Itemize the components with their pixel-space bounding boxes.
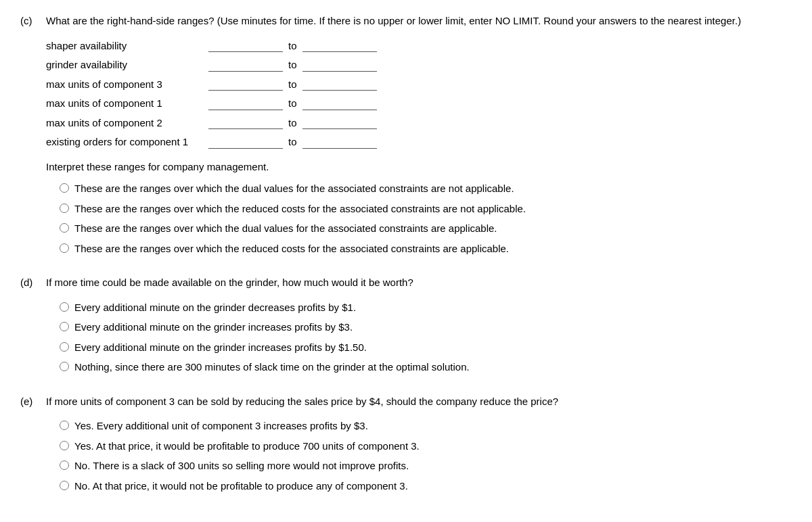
radio-e1[interactable] — [60, 421, 69, 430]
radio-e4[interactable] — [60, 481, 69, 490]
section-c: (c) What are the right-hand-side ranges?… — [20, 14, 792, 256]
range-row-comp1: max units of component 1 to — [46, 96, 792, 112]
grinder-to-input[interactable] — [302, 59, 377, 72]
section-d-label: (d) — [20, 275, 46, 291]
radio-d4[interactable] — [60, 362, 69, 371]
radio-item-e3[interactable]: No. There is a slack of 300 units so sel… — [60, 458, 792, 474]
shaper-from-input[interactable] — [208, 39, 283, 52]
radio-c3-label[interactable]: These are the ranges over which the dual… — [74, 221, 497, 237]
radio-e4-label[interactable]: No. At that price, it would not be profi… — [74, 479, 408, 494]
grinder-to-label: to — [288, 57, 297, 73]
section-c-radio-group: These are the ranges over which the dual… — [60, 181, 792, 256]
radio-c3[interactable] — [60, 223, 69, 233]
section-d-radio-group: Every additional minute on the grinder d… — [60, 300, 792, 375]
comp1-from-input[interactable] — [208, 97, 283, 110]
comp2-from-input[interactable] — [208, 116, 283, 129]
existing-orders-to-label: to — [288, 135, 297, 150]
section-d: (d) If more time could be made available… — [20, 275, 792, 375]
comp1-to-label: to — [288, 96, 297, 112]
radio-d3-label[interactable]: Every additional minute on the grinder i… — [74, 340, 367, 356]
range-row-grinder: grinder availability to — [46, 57, 792, 73]
comp1-label: max units of component 1 — [46, 96, 208, 112]
comp3-to-label: to — [288, 77, 297, 93]
radio-c2-label[interactable]: These are the ranges over which the redu… — [74, 201, 526, 217]
section-e-question: If more units of component 3 can be sold… — [46, 394, 792, 410]
radio-d2[interactable] — [60, 322, 69, 331]
section-c-question: What are the right-hand-side ranges? (Us… — [46, 14, 792, 29]
shaper-to-label: to — [288, 39, 297, 54]
shaper-to-input[interactable] — [302, 39, 377, 52]
radio-item-e1[interactable]: Yes. Every additional unit of component … — [60, 419, 792, 434]
existing-orders-to-input[interactable] — [302, 136, 377, 149]
comp3-label: max units of component 3 — [46, 77, 208, 93]
range-row-existing-orders: existing orders for component 1 to — [46, 135, 792, 150]
section-c-label: (c) — [20, 14, 46, 29]
radio-d3[interactable] — [60, 342, 69, 352]
comp2-to-label: to — [288, 116, 297, 131]
range-row-comp3: max units of component 3 to — [46, 77, 792, 93]
grinder-label: grinder availability — [46, 57, 208, 73]
radio-item-d1[interactable]: Every additional minute on the grinder d… — [60, 300, 792, 316]
radio-d2-label[interactable]: Every additional minute on the grinder i… — [74, 320, 353, 335]
radio-item-d3[interactable]: Every additional minute on the grinder i… — [60, 340, 792, 356]
section-e-label: (e) — [20, 394, 46, 410]
section-e-radio-group: Yes. Every additional unit of component … — [60, 419, 792, 494]
comp2-label: max units of component 2 — [46, 116, 208, 131]
radio-c1[interactable] — [60, 183, 69, 193]
radio-item-d2[interactable]: Every additional minute on the grinder i… — [60, 320, 792, 335]
radio-item-e4[interactable]: No. At that price, it would not be profi… — [60, 479, 792, 494]
comp3-from-input[interactable] — [208, 78, 283, 91]
comp3-to-input[interactable] — [302, 78, 377, 91]
radio-e1-label[interactable]: Yes. Every additional unit of component … — [74, 419, 368, 434]
comp1-to-input[interactable] — [302, 97, 377, 110]
radio-item-c2[interactable]: These are the ranges over which the redu… — [60, 201, 792, 217]
radio-item-c4[interactable]: These are the ranges over which the redu… — [60, 241, 792, 257]
radio-e2[interactable] — [60, 441, 69, 450]
existing-orders-label: existing orders for component 1 — [46, 135, 208, 150]
radio-d1-label[interactable]: Every additional minute on the grinder d… — [74, 300, 356, 316]
range-table: shaper availability to grinder availabil… — [46, 39, 792, 150]
radio-e3-label[interactable]: No. There is a slack of 300 units so sel… — [74, 458, 409, 474]
radio-item-e2[interactable]: Yes. At that price, it would be profitab… — [60, 439, 792, 454]
radio-item-c1[interactable]: These are the ranges over which the dual… — [60, 181, 792, 197]
interpret-label: Interpret these ranges for company manag… — [46, 160, 792, 175]
radio-c1-label[interactable]: These are the ranges over which the dual… — [74, 181, 514, 197]
radio-d4-label[interactable]: Nothing, since there are 300 minutes of … — [74, 360, 470, 375]
radio-e2-label[interactable]: Yes. At that price, it would be profitab… — [74, 439, 420, 454]
radio-c2[interactable] — [60, 204, 69, 213]
comp2-to-input[interactable] — [302, 116, 377, 129]
radio-item-c3[interactable]: These are the ranges over which the dual… — [60, 221, 792, 237]
range-row-comp2: max units of component 2 to — [46, 116, 792, 131]
range-row-shaper: shaper availability to — [46, 39, 792, 54]
section-e: (e) If more units of component 3 can be … — [20, 394, 792, 494]
radio-c4-label[interactable]: These are the ranges over which the redu… — [74, 241, 509, 257]
radio-d1[interactable] — [60, 302, 69, 312]
radio-c4[interactable] — [60, 243, 69, 253]
radio-item-d4[interactable]: Nothing, since there are 300 minutes of … — [60, 360, 792, 375]
shaper-label: shaper availability — [46, 39, 208, 54]
existing-orders-from-input[interactable] — [208, 136, 283, 149]
section-d-question: If more time could be made available on … — [46, 275, 792, 291]
radio-e3[interactable] — [60, 460, 69, 470]
grinder-from-input[interactable] — [208, 59, 283, 72]
